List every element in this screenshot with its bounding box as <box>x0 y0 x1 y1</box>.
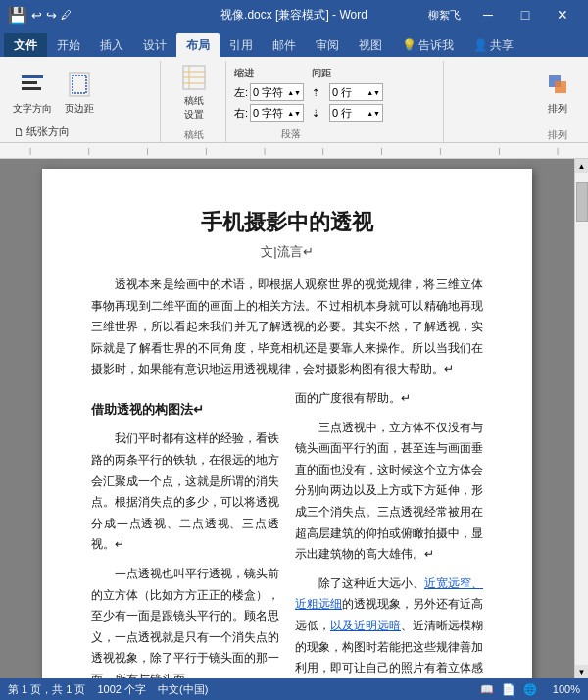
margins-icon <box>64 69 95 100</box>
status-left: 第 1 页，共 1 页 1002 个字 中文(中国) <box>8 682 208 697</box>
spacing-after-value: 0 行 <box>332 106 352 121</box>
right-column: 面的广度很有帮助。↵ 三点透视中，立方体不仅没有与镜头画面平行的面，甚至连与画面… <box>295 388 483 678</box>
page-info: 第 1 页，共 1 页 <box>8 682 85 697</box>
arrange-content: 排列 <box>535 63 580 126</box>
draft-content: 稿纸设置 <box>172 63 217 126</box>
draft-label: 稿纸设置 <box>184 94 204 122</box>
zoom-level: 100% <box>553 683 580 695</box>
link-perspective2[interactable]: 以及近明远暗 <box>330 619 401 632</box>
customize-icon[interactable]: 🖊 <box>61 9 72 21</box>
arrange-button[interactable]: 排列 <box>535 63 580 122</box>
arrange-icon <box>542 69 573 100</box>
ribbon-group-draft: 稿纸设置 稿纸 <box>163 61 226 142</box>
svg-rect-1 <box>22 81 37 84</box>
restore-button[interactable]: □ <box>508 1 543 28</box>
lightbulb-icon: 💡 <box>402 38 416 52</box>
text-direction-icon <box>17 69 48 100</box>
scroll-up-button[interactable]: ▲ <box>575 159 589 173</box>
indent-right-row: 右: 0 字符 ▲▼ <box>234 104 304 122</box>
indent-right-spinner[interactable]: 0 字符 ▲▼ <box>250 104 304 122</box>
margins-label: 页边距 <box>65 102 94 116</box>
spacing-after-spinner[interactable]: 0 行 ▲▼ <box>329 104 383 122</box>
left-column: 借助透视的构图法↵ 我们平时都有这样的经验，看铁路的两条平行的铁轨，在很远的地方… <box>91 388 279 678</box>
spinner-arrows-spacing-after[interactable]: ▲▼ <box>367 110 380 117</box>
document-title: 手机摄影中的透视 <box>91 208 483 237</box>
spinner-arrows-indent-right[interactable]: ▲▼ <box>287 110 301 117</box>
indent-right-value: 0 字符 <box>253 106 283 121</box>
svg-rect-11 <box>555 81 566 93</box>
language: 中文(中国) <box>158 682 208 697</box>
section1-right-text2: 三点透视中，立方体不仅没有与镜头画面平行的面，甚至连与画面垂直的面也没有，这时候… <box>295 418 483 566</box>
scroll-down-button[interactable]: ▼ <box>575 665 589 678</box>
intro-paragraph: 透视本来是绘画中的术语，即根据人观察世界的视觉规律，将三维立体事物再现到二维平面… <box>91 275 483 380</box>
arrange-group-label: 排列 <box>536 128 578 142</box>
status-bar: 第 1 页，共 1 页 1002 个字 中文(中国) 📖 📄 🌐 100% <box>0 678 588 700</box>
tab-share[interactable]: 👤共享 <box>464 33 523 57</box>
section1-left-text2: 一点透视也叫平行透视，镜头前的立方体（比如方方正正的楼盒），至少有一面是跟镜头平… <box>91 564 279 678</box>
document-subtitle: 文|流言↵ <box>91 243 483 261</box>
orientation-label: 纸张方向 <box>26 125 70 139</box>
word-logo-icon: 💾 <box>8 6 27 25</box>
print-view-icon[interactable]: 📄 <box>502 683 515 696</box>
svg-rect-4 <box>73 75 86 93</box>
tab-help[interactable]: 💡告诉我 <box>392 33 464 57</box>
ruler-marks: |||||||||| <box>29 146 559 155</box>
tab-file[interactable]: 文件 <box>4 33 47 57</box>
user-name: 柳絮飞 <box>428 8 461 23</box>
indent-left-spinner[interactable]: 0 字符 ▲▼ <box>250 83 304 101</box>
ribbon-group-arrange: 排列 排列 <box>530 61 584 142</box>
two-column-section: 借助透视的构图法↵ 我们平时都有这样的经验，看铁路的两条平行的铁轨，在很远的地方… <box>91 388 483 678</box>
title-bar: 💾 ↩ ↪ 🖊 视像.docx [兼容模式] - Word 柳絮飞 ─ □ ✕ <box>0 0 588 29</box>
read-view-icon[interactable]: 📖 <box>480 683 494 696</box>
svg-rect-2 <box>22 87 41 90</box>
tab-mailings[interactable]: 邮件 <box>263 33 306 57</box>
minimize-button[interactable]: ─ <box>470 1 506 28</box>
section1-right-text3: 除了这种近大远小、近宽远窄、近粗远细的透视现象，另外还有近高远低，以及近明远暗、… <box>295 574 483 678</box>
ribbon-group-paragraph: 缩进 左: 0 字符 ▲▼ 右: 0 字符 ▲▼ 间距 ⇡ <box>228 61 444 142</box>
tab-review[interactable]: 审阅 <box>306 33 349 57</box>
section1-left-text1: 我们平时都有这样的经验，看铁路的两条平行的铁轨，在很远的地方会汇聚成一个点，这就… <box>91 428 279 556</box>
indent-left-row: 左: 0 字符 ▲▼ <box>234 83 304 101</box>
redo-icon[interactable]: ↪ <box>46 8 57 23</box>
vertical-scrollbar[interactable]: ▲ ▼ <box>574 159 588 678</box>
document-scroll-area[interactable]: 手机摄影中的透视 文|流言↵ 透视本来是绘画中的术语，即根据人观察世界的视觉规律… <box>0 159 574 678</box>
draft-group-label: 稿纸 <box>169 128 220 142</box>
web-view-icon[interactable]: 🌐 <box>523 683 537 696</box>
indent-left-value: 0 字符 <box>253 85 283 100</box>
indent-controls: 缩进 左: 0 字符 ▲▼ 右: 0 字符 ▲▼ <box>234 63 304 122</box>
tab-home[interactable]: 开始 <box>47 33 90 57</box>
svg-rect-0 <box>22 75 43 78</box>
spinner-arrows-spacing-before[interactable]: ▲▼ <box>367 89 380 96</box>
undo-icon[interactable]: ↩ <box>31 8 42 23</box>
spinner-arrows-indent-left[interactable]: ▲▼ <box>287 89 301 96</box>
tab-layout[interactable]: 布局 <box>176 33 220 57</box>
tab-view[interactable]: 视图 <box>349 33 392 57</box>
spacing-before-spinner[interactable]: 0 行 ▲▼ <box>329 83 383 101</box>
scrollbar-thumb[interactable] <box>576 182 588 222</box>
margins-button[interactable]: 页边距 <box>57 63 102 122</box>
ribbon-tabs: 文件 开始 插入 设计 布局 引用 邮件 审阅 视图 💡告诉我 👤共享 <box>0 29 588 57</box>
orientation-icon: 🗋 <box>14 126 24 138</box>
document-page: 手机摄影中的透视 文|流言↵ 透视本来是绘画中的术语，即根据人观察世界的视觉规律… <box>42 169 532 678</box>
tab-design[interactable]: 设计 <box>133 33 176 57</box>
share-icon: 👤 <box>473 38 488 52</box>
indent-section-label: 缩进 <box>234 67 304 80</box>
ribbon-group-page-setup: 文字方向 页边距 🗋 纸张方向 📄 纸张大小 ▤ 分栏 <box>4 61 161 142</box>
link-perspective[interactable]: 近宽远窄、近粗远细 <box>295 576 483 612</box>
section1-heading: 借助透视的构图法↵ <box>91 398 279 421</box>
spacing-after-icon: ⇣ <box>312 108 327 119</box>
ribbon-content: 文字方向 页边距 🗋 纸张方向 📄 纸张大小 ▤ 分栏 <box>0 57 588 143</box>
draft-settings-button[interactable]: 稿纸设置 <box>172 63 217 122</box>
text-direction-button[interactable]: 文字方向 <box>10 63 55 122</box>
spacing-before-row: ⇡ 0 行 ▲▼ <box>312 83 383 101</box>
tab-insert[interactable]: 插入 <box>90 33 133 57</box>
document-area: 手机摄影中的透视 文|流言↵ 透视本来是绘画中的术语，即根据人观察世界的视觉规律… <box>0 159 588 678</box>
close-button[interactable]: ✕ <box>545 1 580 28</box>
spacing-after-row: ⇣ 0 行 ▲▼ <box>312 104 383 122</box>
window-controls: 柳絮飞 ─ □ ✕ <box>428 1 580 28</box>
main-area: |||||||||| 手机摄影中的透视 文|流言↵ 透视本来是绘画中的术语，即根… <box>0 143 588 678</box>
text-direction-label: 文字方向 <box>13 102 52 116</box>
orientation-button[interactable]: 🗋 纸张方向 <box>10 124 76 140</box>
scrollbar-track[interactable] <box>575 173 588 665</box>
tab-references[interactable]: 引用 <box>220 33 263 57</box>
